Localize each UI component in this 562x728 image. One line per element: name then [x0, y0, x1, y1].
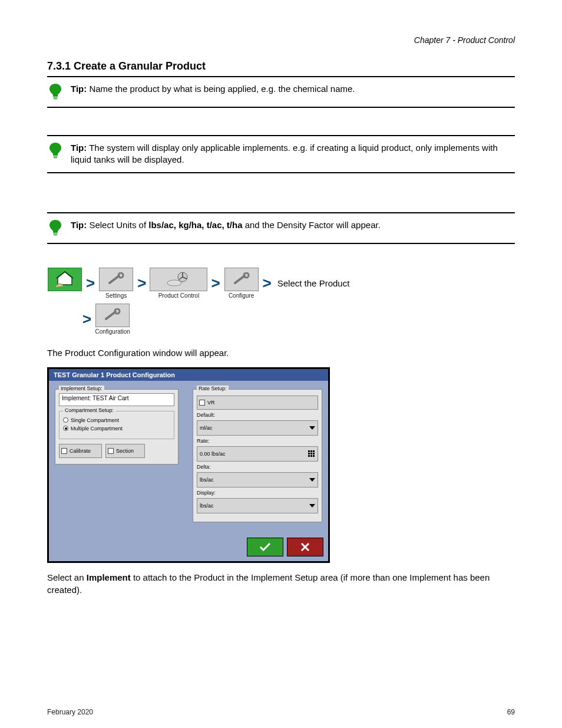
body-paragraph-2: Select an Implement to attach to the Pro… [47, 571, 515, 596]
implement-group-label: Implement Setup: [59, 386, 104, 391]
configure-button[interactable] [224, 268, 259, 291]
nav-trail-text: Select the Product [277, 278, 350, 288]
navigation-path: > Settings > Product Control > Configure… [47, 268, 515, 299]
rate-label: Rate: [197, 438, 318, 444]
display-dropdown[interactable]: lbs/ac [197, 498, 318, 513]
tip-label: Tip: [71, 220, 87, 230]
lightbulb-icon [47, 83, 64, 101]
divider [47, 172, 515, 173]
tip-label: Tip: [71, 143, 87, 153]
product-control-button[interactable] [150, 268, 207, 291]
implement-input[interactable]: Implement: TEST Air Cart [59, 393, 174, 406]
svg-rect-4 [54, 156, 58, 157]
tip-text-emph: lbs/ac, kg/ha, t/ac, t/ha [148, 220, 242, 230]
single-compartment-radio[interactable]: Single Compartment [63, 417, 170, 423]
divider [47, 107, 515, 108]
lightbulb-icon [47, 142, 64, 160]
configuration-button[interactable] [95, 304, 130, 327]
vr-toggle[interactable]: VR [197, 396, 318, 410]
tip-label: Tip: [71, 84, 87, 94]
footer-page: 69 [507, 708, 515, 716]
multiple-compartment-radio[interactable]: Multiple Compartment [63, 426, 170, 431]
page-footer: February 2020 69 [47, 708, 515, 716]
chevron-right-icon: > [86, 271, 95, 295]
divider [47, 76, 515, 77]
svg-point-10 [167, 280, 181, 286]
nav-label-configure: Configure [229, 292, 254, 299]
svg-rect-1 [54, 97, 58, 98]
check-icon [259, 542, 271, 552]
chevron-right-icon: > [82, 307, 91, 331]
rate-group-label: Rate Setup: [197, 386, 229, 391]
tip-text: Name the product by what is being applie… [89, 84, 355, 94]
compartment-group-label: Compartment Setup: [63, 407, 115, 413]
keypad-icon [308, 450, 315, 457]
default-dropdown[interactable]: ml/ac [197, 420, 318, 436]
footer-date: February 2020 [47, 708, 93, 716]
nav-label-configuration: Configuration [95, 328, 130, 335]
rate-setup-panel: Rate Setup: VR Default: ml/ac Rate: 0.00… [193, 389, 322, 522]
close-icon [300, 542, 310, 552]
svg-rect-2 [54, 98, 57, 99]
tip-text-pre: Select Units of [89, 220, 146, 230]
tip-row-2: Tip: The system will display only applic… [47, 140, 515, 169]
settings-button[interactable] [99, 268, 133, 291]
divider [47, 135, 515, 136]
nav-label-product: Product Control [158, 292, 199, 299]
svg-point-9 [118, 273, 123, 278]
svg-rect-6 [53, 230, 58, 233]
home-button[interactable] [48, 268, 82, 291]
rate-input[interactable]: 0.00 lbs/ac [197, 446, 318, 462]
display-label: Display: [197, 490, 318, 496]
tip-text-post: and the Density Factor will appear. [245, 220, 381, 230]
calibrate-toggle[interactable]: Calibrate [59, 444, 102, 458]
svg-rect-7 [54, 233, 58, 234]
svg-rect-5 [54, 157, 57, 158]
nav-label-home [64, 292, 66, 299]
lightbulb-icon [47, 219, 64, 237]
running-header: Chapter 7 - Product Control [47, 35, 515, 45]
chevron-right-icon: > [263, 271, 272, 295]
chevron-right-icon: > [137, 271, 146, 295]
section-toggle[interactable]: Section [105, 444, 145, 458]
svg-point-12 [244, 273, 249, 278]
navigation-path-row2: > Configuration [82, 304, 515, 335]
ok-button[interactable] [247, 538, 283, 556]
nav-label-settings: Settings [105, 292, 127, 299]
svg-point-13 [115, 309, 120, 314]
cancel-button[interactable] [287, 538, 323, 556]
body-paragraph-1: The Product Configuration window will ap… [47, 347, 515, 359]
implement-setup-panel: Implement Setup: Implement: TEST Air Car… [55, 389, 178, 465]
svg-rect-3 [53, 153, 58, 156]
svg-rect-0 [53, 94, 58, 97]
dialog-title: TEST Granular 1 Product Configuration [49, 369, 328, 381]
product-config-dialog: TEST Granular 1 Product Configuration Im… [47, 367, 330, 563]
section-heading: 7.3.1 Create a Granular Product [47, 60, 515, 73]
delta-label: Delta: [197, 464, 318, 470]
chevron-right-icon: > [211, 271, 220, 295]
divider [47, 212, 515, 213]
divider [47, 243, 515, 244]
tip-row-1: Tip: Name the product by what is being a… [47, 81, 515, 103]
delta-dropdown[interactable]: lbs/ac [197, 472, 318, 487]
svg-rect-8 [54, 235, 57, 235]
tip-row-3: Tip: Select Units of lbs/ac, kg/ha, t/ac… [47, 217, 515, 239]
tip-text: The system will display only applicable … [71, 143, 498, 164]
default-label: Default: [197, 412, 318, 418]
